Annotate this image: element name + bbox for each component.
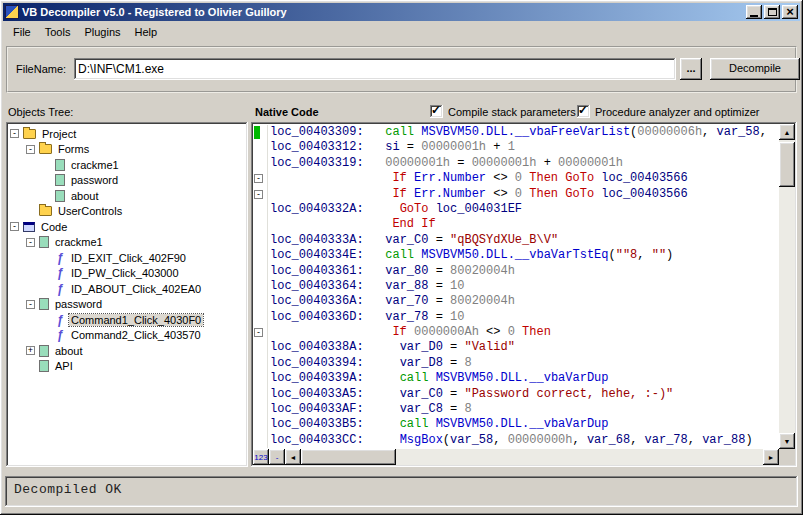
code-footer-button-[interactable]: - (269, 449, 285, 465)
scroll-left-button[interactable] (285, 449, 301, 465)
code-footer-button-123[interactable]: 123 (253, 449, 269, 465)
app-icon (5, 5, 19, 19)
code-token-str: "" (652, 248, 666, 262)
close-button[interactable] (782, 5, 798, 19)
code-token-pln: = (428, 279, 450, 293)
code-token-pln: <> (486, 171, 515, 185)
module-icon (39, 298, 49, 310)
code-gutter-cell: - (253, 325, 268, 340)
function-icon: ƒ (55, 329, 65, 341)
code-token-kw: GoTo (565, 187, 594, 201)
minimize-button[interactable] (746, 5, 762, 19)
code-line: loc_0040334E: call MSVBVM50.DLL.__vbaVar… (253, 248, 779, 263)
tree-item-password[interactable]: password (8, 173, 246, 189)
code-token-lbl: loc_00403566 (601, 187, 687, 201)
tree-item-command1-click-4030f0[interactable]: ƒCommand1_Click_4030F0 (8, 312, 246, 328)
collapse-toggle-icon[interactable]: - (10, 129, 19, 138)
code-panel[interactable]: loc_00403309: call MSVBVM50.DLL.__vbaFre… (251, 122, 797, 467)
objects-tree[interactable]: -Project-Formscrackme1passwordaboutUserC… (6, 122, 248, 467)
browse-button[interactable]: ... (680, 58, 702, 80)
tree-item-command2-click-403570[interactable]: ƒCommand2_Click_403570 (8, 328, 246, 344)
code-token-lbl: loc_00403364: (270, 279, 364, 293)
tree-item-forms[interactable]: -Forms (8, 142, 246, 158)
code-token-lbl: loc_0040334E: (270, 248, 364, 262)
tree-item-id-exit-click-402f90[interactable]: ƒID_EXIT_Click_402F90 (8, 250, 246, 266)
code-token-pln (364, 294, 386, 308)
code-token-var: var_58 (450, 433, 493, 447)
menu-tools[interactable]: Tools (38, 24, 78, 40)
bookmark-marker-icon (254, 126, 260, 139)
form-icon (55, 174, 65, 186)
code-token-lbl: loc_00403309: (270, 125, 364, 139)
code-token-pln (364, 433, 400, 447)
code-gutter-cell (253, 310, 268, 325)
code-token-pln: = (428, 233, 450, 247)
vertical-scrollbar[interactable] (779, 124, 795, 449)
tree-item-crackme1[interactable]: -crackme1 (8, 235, 246, 251)
menu-plugins[interactable]: Plugins (77, 24, 127, 40)
tree-item-project[interactable]: -Project (8, 126, 246, 142)
scroll-down-button[interactable] (779, 433, 795, 449)
horizontal-scroll-track[interactable] (396, 449, 763, 465)
vertical-scroll-thumb[interactable] (779, 142, 795, 187)
menu-help[interactable]: Help (128, 24, 165, 40)
app-window: VB Decompiler v5.0 - Registered to Olivi… (0, 0, 803, 515)
code-line: loc_00403394: var_D8 = 8 (253, 356, 779, 371)
project-icon (23, 129, 36, 139)
compile-stack-parameters-checkbox[interactable] (430, 105, 443, 118)
decompile-button[interactable]: Decompile (710, 58, 800, 80)
code-gutter-cell (253, 387, 268, 402)
code-token-pln: ( (443, 433, 450, 447)
code-token-num: 00000001h (472, 156, 537, 170)
collapse-toggle-icon[interactable]: - (26, 145, 35, 154)
tree-item-about[interactable]: about (8, 188, 246, 204)
tree-item-api[interactable]: API (8, 359, 246, 375)
code-token-pln (364, 402, 400, 416)
fold-collapse-icon[interactable]: - (254, 328, 263, 337)
collapse-toggle-icon[interactable]: - (10, 222, 19, 231)
collapse-toggle-icon[interactable]: - (26, 238, 35, 247)
code-line: - If Err.Number <> 0 Then GoTo loc_00403… (253, 187, 779, 202)
tree-item-password[interactable]: -password (8, 297, 246, 313)
code-token-fn: MSVBVM50.DLL.__vbaVarDup (436, 371, 609, 385)
fold-collapse-icon[interactable]: - (254, 190, 263, 199)
tree-item-label: password (69, 174, 120, 186)
code-token-var: var_88 (702, 433, 745, 447)
code-gutter-cell (253, 217, 268, 232)
code-view[interactable]: loc_00403309: call MSVBVM50.DLL.__vbaFre… (253, 125, 779, 449)
code-token-num: 1 (508, 140, 515, 154)
tree-item-label: about (53, 345, 85, 357)
code-gutter-cell (253, 264, 268, 279)
titlebar[interactable]: VB Decompiler v5.0 - Registered to Olivi… (3, 3, 800, 21)
code-token-lbl: loc_00403312: (270, 140, 364, 154)
form-icon (55, 190, 65, 202)
fold-collapse-icon[interactable]: - (254, 174, 263, 183)
scroll-right-button[interactable] (763, 449, 779, 465)
horizontal-scroll-thumb[interactable] (301, 449, 396, 465)
code-token-pln (364, 279, 386, 293)
menu-file[interactable]: File (6, 24, 38, 40)
scroll-up-button[interactable] (779, 124, 795, 140)
tree-item-code[interactable]: -Code (8, 219, 246, 235)
tree-item-id-pw-click-403000[interactable]: ƒID_PW_Click_403000 (8, 266, 246, 282)
function-icon: ƒ (55, 283, 65, 295)
code-line: loc_00403312: si = 00000001h + 1 (253, 140, 779, 155)
tree-item-usercontrols[interactable]: UserControls (8, 204, 246, 220)
expand-toggle-icon[interactable]: + (26, 346, 35, 355)
code-token-pln (364, 233, 386, 247)
horizontal-scrollbar[interactable]: 123- (253, 449, 779, 465)
filename-input[interactable] (74, 58, 676, 80)
tree-item-id-about-click-402ea0[interactable]: ƒID_ABOUT_Click_402EA0 (8, 281, 246, 297)
procedure-analyzer-checkbox[interactable] (577, 105, 590, 118)
code-gutter-cell: - (253, 187, 268, 202)
tree-item-about[interactable]: +about (8, 343, 246, 359)
module-icon (39, 345, 49, 357)
code-token-call: call (385, 125, 414, 139)
code-icon (23, 222, 35, 232)
collapse-toggle-icon[interactable]: - (26, 300, 35, 309)
tree-item-crackme1[interactable]: crackme1 (8, 157, 246, 173)
maximize-button[interactable] (764, 5, 780, 19)
code-token-pln (270, 187, 392, 201)
code-token-pln: = (450, 156, 472, 170)
code-token-num: 80020004h (450, 294, 515, 308)
